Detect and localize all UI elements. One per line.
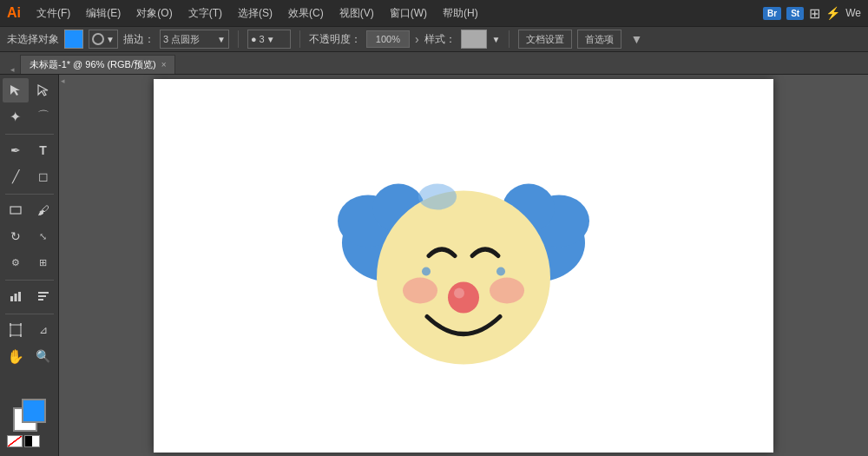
eraser-tool[interactable]: ◻: [30, 164, 56, 188]
more-options-icon[interactable]: ▼: [630, 32, 642, 46]
svg-rect-3: [18, 292, 21, 301]
style-arrow[interactable]: ▼: [492, 35, 501, 44]
ai-logo: Ai: [7, 5, 21, 21]
svg-rect-2: [14, 294, 16, 301]
svg-rect-5: [38, 295, 46, 297]
puppet-warp-tool[interactable]: ⚙: [3, 250, 29, 274]
grid-icon: ⊞: [809, 5, 820, 22]
bar-chart-tool[interactable]: [30, 284, 56, 308]
svg-point-23: [448, 281, 479, 313]
scale-tool[interactable]: ⤡: [30, 224, 56, 248]
line-tool[interactable]: ╱: [3, 164, 29, 188]
panel-collapse-arrow[interactable]: ◂: [61, 76, 65, 85]
menu-file[interactable]: 文件(F): [31, 6, 76, 21]
document-tab[interactable]: 未标题-1* @ 96% (RGB/预览) ×: [20, 55, 175, 74]
main-area: ✦ ⌒ ✒ T ╱ ◻ 🖌 ↻ ⤡ ⚙ ⊞: [0, 75, 868, 456]
none-swatch[interactable]: [7, 435, 23, 447]
menu-help[interactable]: 帮助(H): [437, 6, 483, 21]
svg-point-19: [422, 267, 431, 275]
free-transform-tool[interactable]: ⊞: [30, 250, 56, 274]
svg-point-20: [496, 267, 505, 275]
brush-selector[interactable]: ▼: [89, 30, 118, 49]
menu-select[interactable]: 选择(S): [233, 6, 278, 21]
hand-tool[interactable]: ✋: [3, 344, 29, 368]
doc-settings-button[interactable]: 文档设置: [518, 30, 572, 49]
white-black-swatch[interactable]: [24, 435, 40, 447]
separator-1: [238, 30, 239, 48]
rotate-tool[interactable]: ↻: [3, 224, 29, 248]
type-tool[interactable]: T: [30, 138, 56, 162]
stroke-label: 描边：: [123, 32, 155, 47]
canvas-area: ◂: [59, 75, 868, 456]
svg-rect-0: [10, 207, 21, 214]
svg-point-25: [418, 183, 457, 209]
fill-color-swatch[interactable]: [64, 30, 83, 49]
stroke-width-input[interactable]: ● 3 ▼: [247, 30, 291, 49]
foreground-color-swatch[interactable]: [22, 399, 46, 423]
separator-2: [299, 30, 300, 48]
opacity-arrow-right[interactable]: ›: [415, 32, 419, 46]
opacity-label: 不透明度：: [309, 32, 361, 47]
svg-point-22: [490, 277, 524, 303]
magic-wand-tool[interactable]: ✦: [3, 104, 29, 129]
menu-effect[interactable]: 效果(C): [283, 6, 329, 21]
direct-selection-tool[interactable]: [30, 78, 56, 102]
svg-rect-6: [38, 299, 43, 301]
stroke-style-selector[interactable]: 3 点圆形 ▼: [160, 30, 229, 49]
svg-point-21: [403, 277, 437, 303]
artboard-tool[interactable]: [3, 318, 29, 342]
slice-tool[interactable]: ⊿: [30, 318, 56, 342]
toolbar: ✦ ⌒ ✒ T ╱ ◻ 🖌 ↻ ⤡ ⚙ ⊞: [0, 75, 59, 456]
color-swatches[interactable]: [13, 399, 46, 432]
svg-rect-4: [38, 292, 49, 294]
color-area: [2, 393, 56, 453]
menu-text[interactable]: 文字(T): [183, 6, 227, 21]
graph-tool[interactable]: [3, 284, 29, 308]
separator-3: [509, 30, 510, 48]
menu-view[interactable]: 视图(V): [334, 6, 379, 21]
tool-divider-2: [5, 194, 54, 195]
rectangle-tool[interactable]: [3, 198, 29, 222]
preferences-button[interactable]: 首选项: [577, 30, 621, 49]
svg-point-18: [377, 190, 550, 364]
artboard: [154, 79, 773, 453]
selection-tool[interactable]: [3, 78, 29, 102]
mini-swatches: [5, 435, 53, 447]
menu-edit[interactable]: 编辑(E): [81, 6, 126, 21]
lasso-tool[interactable]: ⌒: [30, 104, 56, 129]
tab-bar: ◂ 未标题-1* @ 96% (RGB/预览) ×: [0, 52, 868, 75]
svg-rect-1: [10, 296, 13, 301]
tab-arrow-icon: ◂: [10, 65, 15, 74]
clown-illustration: [325, 142, 602, 388]
opacity-input[interactable]: [366, 30, 410, 48]
svg-rect-7: [10, 325, 21, 335]
no-selection-label: 未选择对象: [7, 32, 59, 47]
menu-window[interactable]: 窗口(W): [385, 6, 432, 21]
zoom-tool[interactable]: 🔍: [30, 344, 56, 368]
style-label: 样式：: [424, 32, 456, 47]
creative-cloud-icon: ⚡: [825, 6, 840, 20]
tool-divider-1: [5, 134, 54, 135]
bridge-button[interactable]: Br: [763, 7, 781, 20]
svg-point-24: [454, 287, 464, 298]
tab-close-button[interactable]: ×: [161, 60, 167, 69]
options-bar: 未选择对象 ▼ 描边： 3 点圆形 ▼ ● 3 ▼ 不透明度： › 样式： ▼ …: [0, 26, 868, 52]
pen-tool[interactable]: ✒: [3, 138, 29, 162]
menu-object[interactable]: 对象(O): [131, 6, 177, 21]
stock-button[interactable]: St: [786, 7, 804, 20]
document-tab-title: 未标题-1* @ 96% (RGB/预览): [30, 58, 156, 71]
style-swatch[interactable]: [461, 30, 487, 49]
title-bar: Ai 文件(F) 编辑(E) 对象(O) 文字(T) 选择(S) 效果(C) 视…: [0, 0, 868, 26]
tool-divider-4: [5, 314, 54, 314]
tool-divider-3: [5, 280, 54, 281]
right-panel-text: We: [845, 7, 861, 19]
paintbrush-tool[interactable]: 🖌: [30, 198, 56, 222]
